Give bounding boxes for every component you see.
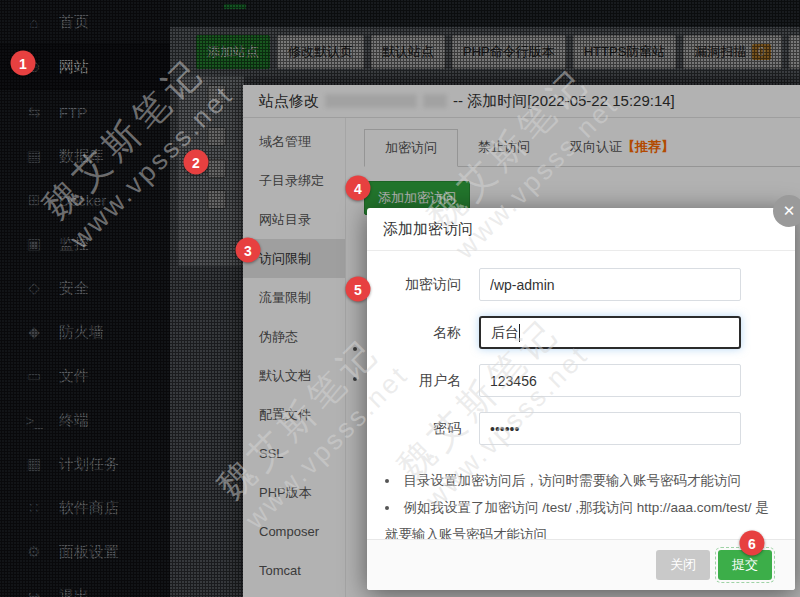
dialog-form: 加密访问名称用户名密码 <box>367 251 795 445</box>
dialog-footer: 关闭 提交 <box>367 539 795 590</box>
toolbar-button-label: HTTPS防窜站 <box>584 43 666 61</box>
sidebar-item-label: 计划任务 <box>59 455 119 474</box>
sidebar-item-label: FTP <box>59 104 87 121</box>
toolbar-button-5[interactable]: 漏洞扫描0 <box>683 35 782 69</box>
sidebar-item-label: 安全 <box>59 279 89 298</box>
tab-0[interactable]: 加密访问 <box>364 129 458 167</box>
sidebar-item-security-shield[interactable]: ◇安全 <box>0 266 170 310</box>
site-menu-item-10[interactable]: Composer <box>243 512 345 551</box>
site-menu-item-5[interactable]: 伪静态 <box>243 317 345 356</box>
site-menu-item-0[interactable]: 域名管理 <box>243 122 345 161</box>
row-checkbox[interactable] <box>207 190 226 209</box>
site-toolbar: 添加站点修改默认页默认站点PHP命令行版本HTTPS防窜站漏洞扫描0分类: 全部… <box>170 27 800 77</box>
sidebar-item-monitor[interactable]: ▣监控 <box>0 222 170 266</box>
sidebar-item-docker[interactable]: ⊞Docker <box>0 178 170 222</box>
site-menu-item-1[interactable]: 子目录绑定 <box>243 161 345 200</box>
sidebar-item-home[interactable]: ⌂首页 <box>0 0 170 44</box>
site-modal-title-prefix: 站点修改 <box>259 85 319 117</box>
step-badge-4: 4 <box>346 176 371 201</box>
cron-calendar-icon: ▦ <box>24 455 44 473</box>
sidebar-item-label: 网站 <box>59 58 89 77</box>
database-icon: ▤ <box>24 147 44 165</box>
home-icon: ⌂ <box>24 14 44 31</box>
form-row-path: 加密访问 <box>367 268 795 301</box>
hidden-note-bullet <box>353 347 357 351</box>
sidebar-item-terminal[interactable]: >_终端 <box>0 398 170 442</box>
username-label: 用户名 <box>383 372 461 390</box>
submit-button[interactable]: 提交 <box>718 550 772 580</box>
row-checkbox[interactable] <box>207 85 226 104</box>
toolbar-button-6[interactable]: 分类: 全部分 <box>789 35 800 69</box>
monitor-icon: ▣ <box>24 235 44 253</box>
site-menu-item-8[interactable]: SSL <box>243 434 345 473</box>
toolbar-button-1[interactable]: 修改默认页 <box>277 35 364 69</box>
toolbar-button-label: 漏洞扫描 <box>694 43 746 61</box>
files-folder-icon: ▭ <box>24 367 44 385</box>
toolbar-button-label: 修改默认页 <box>288 43 353 61</box>
tab-label: 禁止访问 <box>478 139 530 154</box>
logout-icon: ↪ <box>24 587 44 597</box>
top-strip <box>170 0 800 28</box>
sidebar-item-files-folder[interactable]: ▭文件 <box>0 354 170 398</box>
screen: ⌂首页⊕网站⇆FTP▤数据库⊞Docker▣监控◇安全◆防火墙▭文件>_终端▦计… <box>0 0 800 597</box>
toolbar-button-0[interactable]: 添加站点 <box>196 35 270 69</box>
username-input[interactable] <box>479 364 741 397</box>
text-caret <box>519 324 520 342</box>
row-checkbox[interactable] <box>207 127 226 146</box>
toolbar-button-label: PHP命令行版本 <box>463 43 555 61</box>
sidebar-item-firewall-shield[interactable]: ◆防火墙 <box>0 310 170 354</box>
sidebar-item-settings-gear[interactable]: ⚙面板设置 <box>0 530 170 574</box>
site-menu-item-2[interactable]: 网站目录 <box>243 200 345 239</box>
sidebar-item-label: 数据库 <box>59 147 104 166</box>
access-limit-tabbar: 加密访问禁止访问双向认证【推荐】 <box>364 129 800 167</box>
name-label: 名称 <box>383 324 461 342</box>
sidebar-item-database[interactable]: ▤数据库 <box>0 134 170 178</box>
sidebar-item-label: 防火墙 <box>59 323 104 342</box>
tab-2[interactable]: 双向认证【推荐】 <box>550 129 694 167</box>
add-encrypt-dialog: ✕ 添加加密访问 加密访问名称用户名密码 目录设置加密访问后，访问时需要输入账号… <box>367 208 795 590</box>
step-badge-1: 1 <box>11 51 36 76</box>
tab-label: 加密访问 <box>385 140 437 155</box>
site-menu-item-11[interactable]: Tomcat <box>243 551 345 590</box>
site-menu-item-6[interactable]: 默认文档 <box>243 356 345 395</box>
row-checkbox[interactable] <box>207 159 226 178</box>
password-input[interactable] <box>479 412 741 445</box>
sidebar-item-label: 退出 <box>59 587 89 597</box>
site-menu-item-4[interactable]: 流量限制 <box>243 278 345 317</box>
active-tab-indicator <box>224 4 246 9</box>
toolbar-button-2[interactable]: 默认站点 <box>371 35 445 69</box>
site-menu-item-9[interactable]: PHP版本 <box>243 473 345 512</box>
toolbar-button-label: 默认站点 <box>382 43 434 61</box>
close-button[interactable]: 关闭 <box>656 550 710 580</box>
site-menu-item-7[interactable]: 配置文件 <box>243 395 345 434</box>
toolbar-button-label: 添加站点 <box>207 43 259 61</box>
terminal-icon: >_ <box>24 412 44 429</box>
site-modal-title: 站点修改 -- 添加时间[2022-05-22 15:29:14] <box>243 85 800 118</box>
toolbar-button-3[interactable]: PHP命令行版本 <box>452 35 566 69</box>
close-icon[interactable]: ✕ <box>773 195 800 227</box>
tab-recommend-badge: 【推荐】 <box>622 139 674 154</box>
sidebar-item-appstore-grid[interactable]: ∷软件商店 <box>0 486 170 530</box>
tab-label: 双向认证 <box>570 139 622 154</box>
toolbar-button-4[interactable]: HTTPS防窜站 <box>573 35 677 69</box>
dialog-title: 添加加密访问 <box>367 208 795 251</box>
sidebar-item-label: 文件 <box>59 367 89 386</box>
site-modal-menu: 域名管理子目录绑定网站目录访问限制流量限制伪静态默认文档配置文件SSLPHP版本… <box>243 118 346 597</box>
tab-1[interactable]: 禁止访问 <box>458 129 550 167</box>
step-badge-5: 5 <box>346 277 371 302</box>
path-label: 加密访问 <box>383 276 461 294</box>
sidebar-item-ftp[interactable]: ⇆FTP <box>0 90 170 134</box>
sidebar-item-logout[interactable]: ↪退出 <box>0 574 170 597</box>
path-input[interactable] <box>479 268 741 301</box>
dialog-notes: 目录设置加密访问后，访问时需要输入账号密码才能访问例如我设置了加密访问 /tes… <box>385 467 779 548</box>
redacted-domain <box>325 94 417 108</box>
sidebar-item-label: Docker <box>59 192 107 209</box>
sidebar-item-cron-calendar[interactable]: ▦计划任务 <box>0 442 170 486</box>
sidebar-item-label: 终端 <box>59 411 89 430</box>
password-label: 密码 <box>383 420 461 438</box>
form-row-password: 密码 <box>367 412 795 445</box>
docker-icon: ⊞ <box>24 191 44 209</box>
appstore-grid-icon: ∷ <box>24 499 44 517</box>
security-shield-icon: ◇ <box>24 279 44 297</box>
sidebar: ⌂首页⊕网站⇆FTP▤数据库⊞Docker▣监控◇安全◆防火墙▭文件>_终端▦计… <box>0 0 170 597</box>
